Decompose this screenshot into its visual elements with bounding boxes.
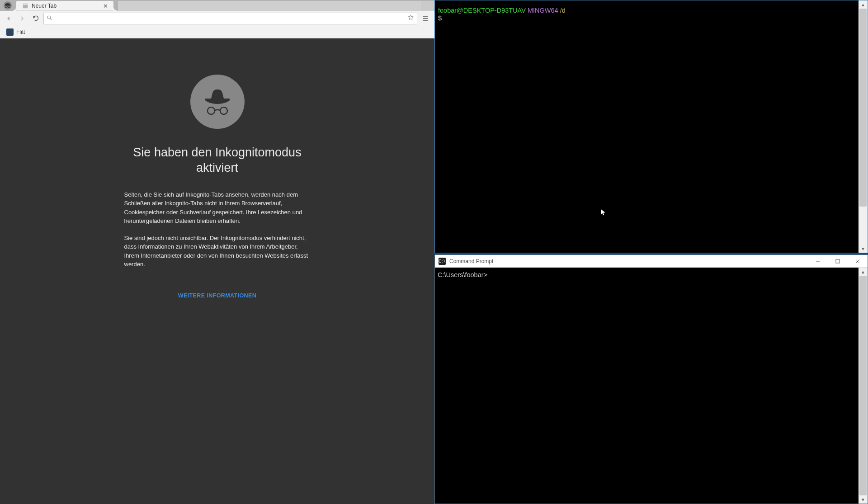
svg-line-6 bbox=[50, 19, 52, 20]
prompt-path: /d bbox=[560, 7, 566, 14]
terminal-line: $ bbox=[438, 14, 856, 22]
forward-button[interactable] bbox=[16, 13, 28, 24]
reload-button[interactable] bbox=[30, 13, 42, 24]
scroll-track[interactable] bbox=[859, 276, 868, 495]
search-icon bbox=[47, 14, 52, 23]
prompt-system: MINGW64 bbox=[528, 7, 558, 14]
bookmark-label: Flitt bbox=[16, 29, 25, 35]
cmd-app-icon: C:\ bbox=[439, 258, 446, 265]
scroll-thumb[interactable] bbox=[859, 9, 867, 207]
tab-strip: Neuer Tab ✕ bbox=[0, 0, 434, 11]
svg-rect-10 bbox=[836, 259, 840, 263]
incognito-description-2: Sie sind jedoch nicht unsichtbar. Der In… bbox=[124, 234, 311, 269]
close-button[interactable] bbox=[848, 255, 868, 268]
cmd-terminal-body[interactable]: C:\Users\foobar> bbox=[436, 268, 858, 503]
maximize-button[interactable] bbox=[828, 255, 848, 268]
tab-close-icon[interactable]: ✕ bbox=[102, 3, 109, 9]
learn-more-link[interactable]: WEITERE INFORMATIONEN bbox=[178, 292, 256, 299]
scrollbar[interactable]: ▲ ▼ bbox=[859, 0, 868, 253]
prompt-symbol: $ bbox=[438, 14, 442, 22]
new-tab-button[interactable] bbox=[421, 1, 434, 10]
svg-point-5 bbox=[47, 16, 51, 19]
bookmark-star-icon[interactable] bbox=[407, 14, 414, 23]
bookmark-favicon-icon bbox=[6, 28, 14, 36]
incognito-page: Sie haben den Inkognitomodus aktiviert S… bbox=[0, 38, 434, 504]
address-input[interactable] bbox=[55, 15, 407, 22]
scroll-up-icon[interactable]: ▲ bbox=[859, 0, 868, 9]
svg-point-1 bbox=[5, 3, 10, 5]
cmd-title: Command Prompt bbox=[449, 258, 808, 264]
incognito-hero-icon bbox=[190, 75, 245, 129]
chrome-menu-button[interactable] bbox=[419, 13, 432, 24]
toolbar bbox=[0, 11, 434, 26]
scroll-thumb[interactable] bbox=[859, 276, 867, 495]
svg-point-8 bbox=[220, 107, 227, 114]
chrome-window: Neuer Tab ✕ Flitt bbox=[0, 0, 434, 504]
scroll-track[interactable] bbox=[859, 9, 868, 245]
minimize-button[interactable] bbox=[808, 255, 828, 268]
tab-title: Neuer Tab bbox=[32, 3, 102, 9]
cmd-window: C:\ Command Prompt C:\Users\foobar> ▲ ▼ bbox=[434, 254, 868, 504]
svg-point-7 bbox=[208, 107, 215, 114]
cmd-prompt: C:\Users\foobar> bbox=[438, 271, 487, 278]
bookmark-item[interactable]: Flitt bbox=[4, 27, 28, 37]
mingw-terminal-body[interactable]: foobar@DESKTOP-D93TUAV MINGW64 /d $ bbox=[436, 4, 858, 249]
prompt-user: foobar@DESKTOP-D93TUAV bbox=[438, 7, 526, 14]
tab-favicon-icon bbox=[22, 2, 29, 9]
mouse-cursor-icon bbox=[600, 208, 607, 217]
tab-strip-background bbox=[118, 1, 434, 11]
back-button[interactable] bbox=[3, 13, 14, 24]
terminal-line: foobar@DESKTOP-D93TUAV MINGW64 /d bbox=[438, 7, 856, 14]
incognito-description-1: Seiten, die Sie sich auf Inkognito-Tabs … bbox=[124, 190, 311, 226]
address-bar[interactable] bbox=[43, 13, 417, 24]
scrollbar[interactable]: ▲ ▼ bbox=[859, 268, 868, 504]
svg-rect-2 bbox=[5, 5, 10, 6]
browser-tab[interactable]: Neuer Tab ✕ bbox=[16, 1, 113, 11]
page-title: Sie haben den Inkognitomodus aktiviert bbox=[113, 145, 321, 176]
window-controls bbox=[808, 255, 868, 268]
cmd-titlebar[interactable]: C:\ Command Prompt bbox=[435, 255, 868, 268]
bookmark-bar: Flitt bbox=[0, 26, 434, 38]
mingw-terminal-window: foobar@DESKTOP-D93TUAV MINGW64 /d $ ▲ ▼ bbox=[434, 0, 868, 253]
scroll-down-icon[interactable]: ▼ bbox=[859, 495, 868, 504]
scroll-up-icon[interactable]: ▲ bbox=[859, 268, 868, 276]
scroll-down-icon[interactable]: ▼ bbox=[859, 245, 868, 253]
